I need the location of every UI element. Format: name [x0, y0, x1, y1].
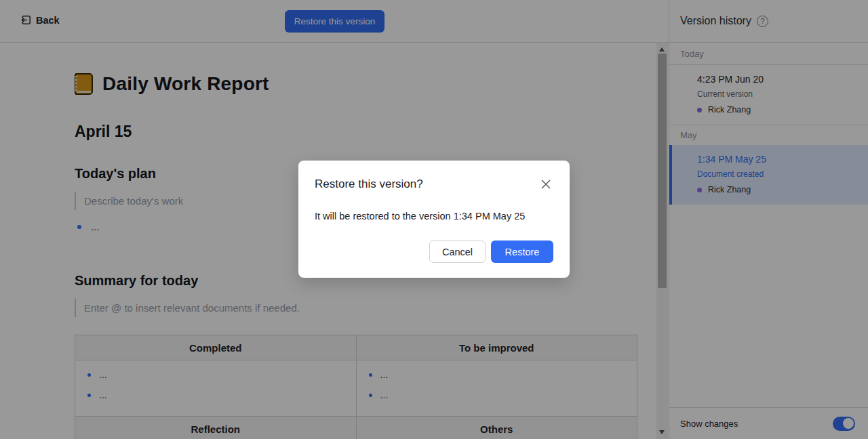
restore-button[interactable]: Restore — [491, 241, 553, 263]
app-window: Back Restore this version Daily Work Rep… — [0, 0, 868, 439]
cancel-button[interactable]: Cancel — [429, 241, 486, 263]
restore-confirmation-dialog: Restore this version? It will be restore… — [298, 161, 570, 278]
dialog-actions: Cancel Restore — [429, 241, 553, 263]
dialog-title: Restore this version? — [315, 177, 423, 191]
close-icon[interactable] — [539, 177, 553, 191]
dialog-body-text: It will be restored to the version 1:34 … — [315, 211, 525, 222]
